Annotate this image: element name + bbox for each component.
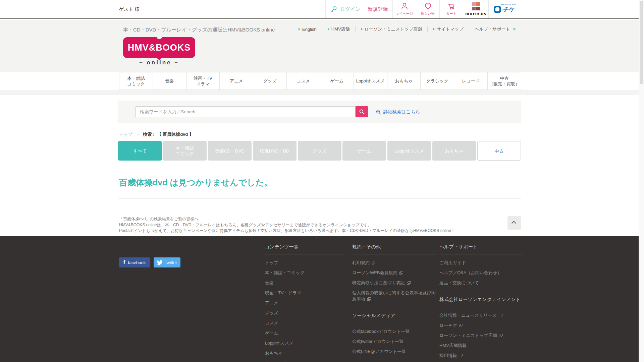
guest-label: ゲスト 様 <box>119 0 140 18</box>
footer-link[interactable]: クラシック <box>265 358 345 362</box>
footer-link[interactable]: 公式twitterアカウント一覧 <box>352 337 436 347</box>
footer-link[interactable]: HMV店舗情報 <box>439 341 523 351</box>
header-link-hmv-stores[interactable]: HMV店舗 <box>322 26 356 32</box>
footer: f facebook twitter コンテンツ一覧 トップ 本・雑誌・コミック… <box>0 236 639 362</box>
footer-link[interactable]: 返品・交換について <box>439 278 523 288</box>
nav-tab-goods[interactable]: グッズ <box>253 72 287 89</box>
filter-all[interactable]: すべて <box>118 141 162 161</box>
nav-tab-records[interactable]: レコード <box>454 72 488 89</box>
filter-toys[interactable]: おもちゃ <box>432 141 476 161</box>
search-plus-icon <box>376 109 381 115</box>
nav-tab-used[interactable]: 中古 （販売・買取） <box>488 72 521 89</box>
top-bar: ゲスト 様 ログイン 新規登録 マイページ <box>0 0 639 19</box>
register-link[interactable]: 新規登録 <box>368 6 388 12</box>
external-link-icon <box>459 324 463 327</box>
footer-link[interactable]: 特定商取引法に基づく表記 <box>352 278 436 288</box>
scrollbar-thumb[interactable] <box>640 1 643 84</box>
header-link-english[interactable]: English <box>293 27 322 32</box>
footer-link[interactable]: グッズ <box>265 308 345 318</box>
search-button[interactable] <box>356 106 368 117</box>
heart-icon <box>424 2 432 10</box>
footer-link[interactable]: ヘルプ／Q&A（お問い合わせ） <box>439 268 523 278</box>
seo-line: HMV&BOOKS onlineは、本・CD・DVD・ブルーレイはもちろん、各種… <box>119 222 455 228</box>
cart-button[interactable]: カート <box>439 0 463 18</box>
footer-link[interactable]: アニメ <box>265 298 345 308</box>
footer-column-terms: 規約・その他 利用規約 ローソンWEB会員規約 特定商取引法に基づく表記 個人情… <box>352 244 436 357</box>
login-link[interactable]: ログイン <box>330 6 361 13</box>
arrow-right-icon <box>328 28 329 31</box>
filter-books[interactable]: 本・雑誌 コミック <box>163 141 207 161</box>
nav-tab-books[interactable]: 本・雑誌 コミック <box>119 72 153 89</box>
chevron-up-icon <box>512 221 516 226</box>
filter-used[interactable]: 中古 <box>477 141 521 161</box>
footer-link[interactable]: ローソン・ミニストップ店舗 <box>439 330 523 341</box>
mypage-button[interactable]: マイページ <box>392 0 416 18</box>
footer-link[interactable]: ローソンWEB会員規約 <box>352 268 436 278</box>
scroll-to-top-button[interactable] <box>507 216 521 230</box>
site-logo[interactable]: HMV&BOOKS – online – <box>123 37 195 66</box>
footer-section-title: 規約・その他 <box>352 244 436 254</box>
lawson-ticket-button[interactable]: LAWSON TICKET -チケ <box>488 0 520 18</box>
footer-link[interactable]: 個人情報の取扱いに関する公表事項及び同意事項 <box>352 288 436 304</box>
twitter-button[interactable]: twitter <box>154 257 180 267</box>
filter-goods[interactable]: グッズ <box>298 141 341 161</box>
breadcrumb: トップ ＞ 検索： 【 百歳体操dvd 】 <box>119 131 194 137</box>
facebook-button[interactable]: f facebook <box>119 257 150 267</box>
external-link-icon <box>499 314 502 317</box>
nav-tab-games[interactable]: ゲーム <box>320 72 354 89</box>
nav-tab-movie-tv-drama[interactable]: 映画・TV ドラマ <box>186 72 220 89</box>
footer-link[interactable]: ゲーム <box>265 328 345 338</box>
nav-tab-music[interactable]: 音楽 <box>153 72 186 89</box>
logo-badge: HMV&BOOKS <box>123 37 195 58</box>
nav-tab-anime[interactable]: アニメ <box>220 72 253 89</box>
morecos-button[interactable]: morecos <box>463 0 488 18</box>
search-input[interactable] <box>136 106 356 117</box>
nav-tab-loppi[interactable]: Loppiオススメ <box>354 72 387 89</box>
external-link-icon <box>367 297 371 301</box>
footer-link[interactable]: 公式LINE@アカウント一覧 <box>352 347 436 357</box>
footer-link[interactable]: ローソングループ個人情報保護方針 <box>439 361 523 362</box>
header-link-lawson-stores[interactable]: ローソン・ミニストップ店舗 <box>356 26 428 32</box>
footer-link[interactable]: 音楽 <box>265 278 345 288</box>
advanced-search-link[interactable]: 詳細検索はこちら <box>376 109 420 115</box>
filter-video-dvd-bd[interactable]: 映像DVD・BD <box>253 141 297 161</box>
footer-link[interactable]: 採用情報 <box>439 351 523 361</box>
divider <box>364 6 364 13</box>
nav-tab-classical[interactable]: クラシック <box>421 72 454 89</box>
breadcrumb-home-link[interactable]: トップ <box>119 131 132 137</box>
footer-link[interactable]: トップ <box>265 258 345 268</box>
footer-link[interactable]: Loppiオススメ <box>265 338 345 348</box>
twitter-icon <box>157 260 163 265</box>
nav-tab-cosmetics[interactable]: コスメ <box>287 72 320 89</box>
footer-link[interactable]: コスメ <box>265 318 345 328</box>
external-link-icon <box>459 354 463 357</box>
footer-section-title: コンテンツ一覧 <box>265 244 345 254</box>
user-icon <box>400 2 409 10</box>
category-filters: すべて 本・雑誌 コミック 音楽CD・DVD 映像DVD・BD グッズ ゲーム … <box>118 141 521 161</box>
filter-music-cd-dvd[interactable]: 音楽CD・DVD <box>208 141 252 161</box>
footer-link[interactable]: ローチケ <box>439 320 523 330</box>
header-link-sitemap[interactable]: サイトマップ <box>428 26 469 32</box>
external-link-icon <box>372 261 375 264</box>
footer-section-title: ヘルプ・サポート <box>439 244 523 254</box>
nav-tab-toys[interactable]: おもちゃ <box>387 72 421 89</box>
filter-games[interactable]: ゲーム <box>342 141 386 161</box>
arrow-right-icon <box>299 28 300 31</box>
header-link-help[interactable]: ヘルプ・サポート <box>469 26 521 32</box>
key-icon <box>330 6 338 13</box>
filter-loppi[interactable]: Loppiオススメ <box>387 141 431 161</box>
footer-link[interactable]: 映画・TV・ドラマ <box>265 288 345 298</box>
chevron-down-icon <box>513 28 516 30</box>
main-nav: 本・雑誌 コミック 音楽 映画・TV ドラマ アニメ グッズ コスメ ゲーム L… <box>119 72 521 90</box>
footer-link[interactable]: 公式facebookアカウント一覧 <box>352 326 436 337</box>
footer-link[interactable]: 利用規約 <box>352 258 436 268</box>
external-link-icon <box>407 281 411 285</box>
wishlist-button[interactable]: 欲しい物 <box>416 0 439 18</box>
footer-link[interactable]: 本・雑誌・コミック <box>265 268 345 278</box>
divider-band <box>0 90 639 95</box>
footer-section-social-media: ソーシャルメディア 公式facebookアカウント一覧 公式twitterアカウ… <box>352 313 436 357</box>
header-links: English HMV店舗 ローソン・ミニストップ店舗 サイトマップ ヘルプ・サ… <box>293 25 521 33</box>
footer-link[interactable]: ご利用ガイド <box>439 258 523 268</box>
footer-link[interactable]: 会社情報・ニュースリリース <box>439 310 523 320</box>
footer-link[interactable]: おもちゃ <box>265 348 345 358</box>
